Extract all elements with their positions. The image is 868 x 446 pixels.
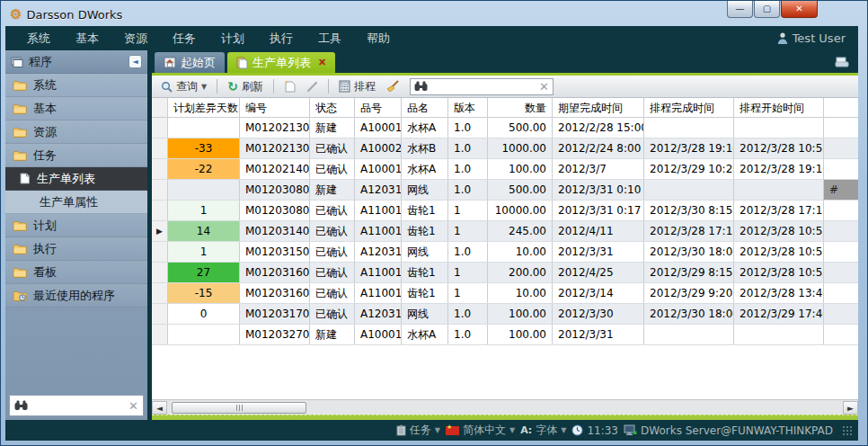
new-button[interactable] xyxy=(280,78,299,94)
cell-diff[interactable]: -22 xyxy=(168,159,240,179)
cell-status[interactable]: 已确认 xyxy=(310,263,355,282)
cell-ver[interactable]: 1.0 xyxy=(448,325,488,344)
tab-production-order-list[interactable]: 生产单列表 ✕ xyxy=(227,52,335,73)
cell-qty[interactable]: 500.00 xyxy=(488,180,553,200)
cell-name[interactable]: 水杯A xyxy=(402,118,448,138)
cell-part[interactable]: A11001 xyxy=(355,263,402,282)
cell-part[interactable]: A12031 xyxy=(355,304,402,324)
user-badge[interactable]: Test User xyxy=(777,31,849,45)
cell-part[interactable]: A10001 xyxy=(355,325,402,344)
cell-due[interactable]: 2012/3/14 xyxy=(553,283,644,303)
sidebar-item-0[interactable]: 系统 xyxy=(5,74,147,97)
cell-qty[interactable]: 100.00 xyxy=(488,159,553,179)
menu-item-6[interactable]: 工具 xyxy=(306,31,354,47)
cell-no[interactable]: M012031501 xyxy=(240,242,310,262)
menu-item-2[interactable]: 资源 xyxy=(111,31,160,47)
column-header-part[interactable]: 品号 xyxy=(355,98,402,117)
cell-name[interactable]: 网线 xyxy=(402,180,448,200)
column-header-status[interactable]: 状态 xyxy=(310,98,355,117)
close-button[interactable]: ✕ xyxy=(781,1,818,18)
cell-status[interactable]: 已确认 xyxy=(310,159,355,179)
cell-end[interactable] xyxy=(644,180,734,200)
minimize-button[interactable]: — xyxy=(727,1,753,18)
cell-name[interactable]: 齿轮1 xyxy=(402,201,448,220)
cell-name[interactable]: 齿轮1 xyxy=(402,283,448,303)
cell-status[interactable]: 已确认 xyxy=(310,138,355,158)
cell-start[interactable] xyxy=(734,118,824,138)
row-indicator[interactable] xyxy=(152,304,168,324)
column-header-end[interactable]: 排程完成时间 xyxy=(644,98,734,117)
cell-name[interactable]: 网线 xyxy=(402,304,448,324)
cell-ver[interactable]: 1.0 xyxy=(448,180,488,200)
row-indicator[interactable] xyxy=(152,283,168,303)
cell-diff[interactable]: 1 xyxy=(168,201,240,220)
cell-qty[interactable]: 10.00 xyxy=(488,283,553,303)
cell-status[interactable]: 已确认 xyxy=(310,201,355,220)
table-row[interactable]: ▶14M012031402已确认A11001齿轮11245.002012/4/1… xyxy=(152,221,858,242)
cell-start[interactable]: 2012/3/28 19:10 xyxy=(734,159,824,179)
maximize-button[interactable]: ▢ xyxy=(754,1,780,18)
cell-end[interactable]: 2012/3/28 19:10 xyxy=(644,138,734,158)
toolbar-search-clear-icon[interactable]: ✕ xyxy=(539,80,549,94)
edit-button[interactable] xyxy=(303,79,322,94)
sidebar-item-6[interactable]: 计划 xyxy=(5,214,147,237)
cell-start[interactable]: 2012/3/28 17:13 xyxy=(734,201,824,220)
sidebar-item-7[interactable]: 执行 xyxy=(5,237,147,261)
cell-end[interactable]: 2012/3/30 8:15 xyxy=(644,201,734,220)
cell-status[interactable]: 已确认 xyxy=(310,304,355,324)
cell-start[interactable] xyxy=(734,325,824,344)
cell-part[interactable]: A11001 xyxy=(355,201,402,220)
menu-item-1[interactable]: 基本 xyxy=(63,31,111,47)
cell-start[interactable]: 2012/3/28 10:52 xyxy=(734,221,824,241)
cell-qty[interactable]: 245.00 xyxy=(488,221,553,241)
refresh-button[interactable]: ↻ 刷新 xyxy=(224,77,267,96)
scroll-left-arrow[interactable]: ◄ xyxy=(152,401,167,415)
menu-item-5[interactable]: 执行 xyxy=(257,31,306,47)
query-button[interactable]: 查询 ▼ xyxy=(157,77,210,96)
column-header-start[interactable]: 排程开始时间 xyxy=(734,98,824,117)
cell-diff[interactable]: -15 xyxy=(168,283,240,303)
cell-qty[interactable]: 100.00 xyxy=(488,304,553,324)
scroll-right-arrow[interactable]: ► xyxy=(843,401,858,415)
cell-extra[interactable] xyxy=(824,138,858,158)
cell-status[interactable]: 已确认 xyxy=(310,242,355,262)
cell-part[interactable]: A10002 xyxy=(355,138,402,158)
row-indicator[interactable] xyxy=(152,201,168,220)
cell-no[interactable]: M012031601 xyxy=(240,263,310,282)
row-indicator[interactable]: ▶ xyxy=(152,221,168,241)
cell-end[interactable] xyxy=(644,118,734,138)
sidebar-item-9[interactable]: 最近使用的程序 xyxy=(5,284,147,308)
row-indicator[interactable] xyxy=(152,138,168,158)
cell-no[interactable]: M012021302 xyxy=(240,138,310,158)
cell-due[interactable]: 2012/4/11 xyxy=(553,221,644,241)
cell-extra[interactable] xyxy=(824,221,858,241)
cell-no[interactable]: M012021301 xyxy=(240,118,310,138)
cell-name[interactable]: 网线 xyxy=(402,242,448,262)
clean-button[interactable] xyxy=(383,78,403,94)
cell-diff[interactable] xyxy=(168,325,240,344)
cell-extra[interactable] xyxy=(824,283,858,303)
cell-ver[interactable]: 1.0 xyxy=(448,118,488,138)
cell-end[interactable] xyxy=(644,325,734,344)
cell-extra[interactable] xyxy=(824,304,858,324)
column-header-ver[interactable]: 版本 xyxy=(448,98,488,117)
cell-ver[interactable]: 1 xyxy=(448,263,488,282)
cell-no[interactable]: M012031701 xyxy=(240,304,310,324)
cell-extra[interactable] xyxy=(824,325,858,344)
cell-part[interactable]: A10001 xyxy=(355,118,402,138)
row-indicator[interactable] xyxy=(152,263,168,282)
cell-name[interactable]: 水杯B xyxy=(402,138,448,158)
table-row[interactable]: 1M012030802已确认A11001齿轮1110000.002012/3/3… xyxy=(152,201,858,221)
cell-start[interactable]: 2012/3/28 13:40 xyxy=(734,283,824,303)
cell-due[interactable]: 2012/2/28 15:00 xyxy=(553,118,644,138)
table-row[interactable]: -15M012031602已确认A11001齿轮1110.002012/3/14… xyxy=(152,283,858,304)
cell-due[interactable]: 2012/3/31 xyxy=(553,242,644,262)
cell-no[interactable]: M012031402 xyxy=(240,221,310,241)
cell-ver[interactable]: 1.0 xyxy=(448,242,488,262)
column-header-no[interactable]: 编号 xyxy=(240,98,310,117)
row-indicator[interactable] xyxy=(152,159,168,179)
cell-due[interactable]: 2012/3/31 0:10 xyxy=(553,180,644,200)
cell-diff[interactable]: 27 xyxy=(168,263,240,282)
cell-name[interactable]: 齿轮1 xyxy=(402,263,448,282)
row-indicator[interactable] xyxy=(152,325,168,344)
